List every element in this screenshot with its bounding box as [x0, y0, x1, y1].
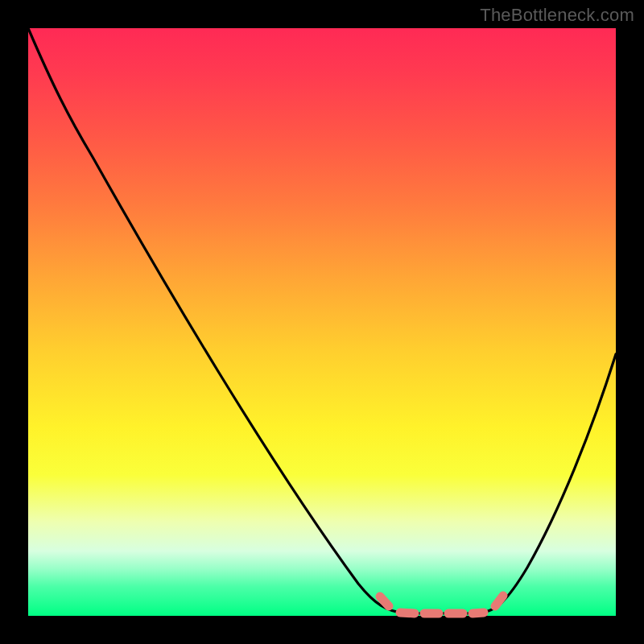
- watermark-text: TheBottleneck.com: [480, 5, 634, 26]
- curve-layer: [28, 28, 616, 616]
- valley-marker: [380, 596, 503, 613]
- svg-line-4: [473, 613, 484, 613]
- bottleneck-curve: [28, 28, 616, 613]
- svg-line-1: [400, 613, 415, 613]
- svg-line-5: [495, 596, 503, 606]
- chart-frame: TheBottleneck.com: [0, 0, 644, 644]
